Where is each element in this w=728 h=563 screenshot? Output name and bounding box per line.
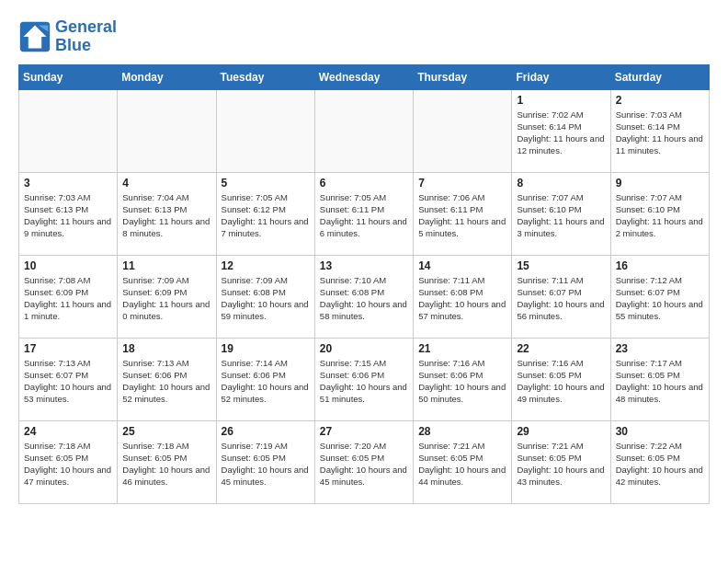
day-info: Sunrise: 7:16 AM Sunset: 6:05 PM Dayligh… xyxy=(517,357,605,406)
calendar-cell: 20Sunrise: 7:15 AM Sunset: 6:06 PM Dayli… xyxy=(314,338,413,420)
day-info: Sunrise: 7:19 AM Sunset: 6:05 PM Dayligh… xyxy=(222,440,310,488)
calendar-cell: 27Sunrise: 7:20 AM Sunset: 6:05 PM Dayli… xyxy=(314,420,413,503)
calendar-cell: 5Sunrise: 7:05 AM Sunset: 6:12 PM Daylig… xyxy=(216,172,314,255)
calendar-cell xyxy=(414,89,512,172)
day-number: 27 xyxy=(320,425,408,438)
day-number: 12 xyxy=(222,259,310,272)
calendar-cell: 15Sunrise: 7:11 AM Sunset: 6:07 PM Dayli… xyxy=(512,255,610,338)
calendar-week-3: 10Sunrise: 7:08 AM Sunset: 6:09 PM Dayli… xyxy=(19,255,710,338)
day-number: 14 xyxy=(418,259,506,272)
day-info: Sunrise: 7:21 AM Sunset: 6:05 PM Dayligh… xyxy=(517,440,605,488)
day-number: 22 xyxy=(517,342,605,355)
day-number: 30 xyxy=(616,425,704,438)
day-number: 26 xyxy=(222,425,310,438)
day-number: 17 xyxy=(24,342,112,355)
day-number: 4 xyxy=(122,177,210,190)
day-number: 18 xyxy=(122,342,210,355)
calendar-cell: 8Sunrise: 7:07 AM Sunset: 6:10 PM Daylig… xyxy=(512,172,610,255)
day-number: 15 xyxy=(517,259,605,272)
calendar-cell xyxy=(314,89,413,172)
calendar-header-row: SundayMondayTuesdayWednesdayThursdayFrid… xyxy=(19,64,710,89)
calendar-cell: 21Sunrise: 7:16 AM Sunset: 6:06 PM Dayli… xyxy=(414,338,512,420)
calendar-cell: 6Sunrise: 7:05 AM Sunset: 6:11 PM Daylig… xyxy=(314,172,413,255)
calendar-week-4: 17Sunrise: 7:13 AM Sunset: 6:07 PM Dayli… xyxy=(19,338,710,420)
day-info: Sunrise: 7:22 AM Sunset: 6:05 PM Dayligh… xyxy=(616,440,704,488)
calendar-cell: 11Sunrise: 7:09 AM Sunset: 6:09 PM Dayli… xyxy=(118,255,216,338)
day-info: Sunrise: 7:09 AM Sunset: 6:09 PM Dayligh… xyxy=(122,274,210,323)
day-number: 2 xyxy=(616,94,704,107)
day-header-tuesday: Tuesday xyxy=(216,64,314,89)
day-number: 7 xyxy=(418,177,506,190)
day-number: 5 xyxy=(222,177,310,190)
calendar-cell: 26Sunrise: 7:19 AM Sunset: 6:05 PM Dayli… xyxy=(216,420,314,503)
day-info: Sunrise: 7:05 AM Sunset: 6:11 PM Dayligh… xyxy=(320,191,408,240)
day-number: 16 xyxy=(616,259,704,272)
day-number: 25 xyxy=(122,425,210,438)
calendar-cell: 24Sunrise: 7:18 AM Sunset: 6:05 PM Dayli… xyxy=(19,420,118,503)
day-info: Sunrise: 7:16 AM Sunset: 6:06 PM Dayligh… xyxy=(418,357,506,406)
calendar-cell: 13Sunrise: 7:10 AM Sunset: 6:08 PM Dayli… xyxy=(314,255,413,338)
day-info: Sunrise: 7:07 AM Sunset: 6:10 PM Dayligh… xyxy=(517,191,605,240)
day-number: 20 xyxy=(320,342,408,355)
calendar-cell: 12Sunrise: 7:09 AM Sunset: 6:08 PM Dayli… xyxy=(216,255,314,338)
day-number: 8 xyxy=(517,177,605,190)
day-header-monday: Monday xyxy=(118,64,216,89)
day-info: Sunrise: 7:17 AM Sunset: 6:05 PM Dayligh… xyxy=(616,357,704,406)
day-header-saturday: Saturday xyxy=(610,64,709,89)
day-info: Sunrise: 7:18 AM Sunset: 6:05 PM Dayligh… xyxy=(24,440,112,488)
day-number: 6 xyxy=(320,177,408,190)
day-info: Sunrise: 7:18 AM Sunset: 6:05 PM Dayligh… xyxy=(122,440,210,488)
calendar-cell xyxy=(118,89,216,172)
calendar-cell: 1Sunrise: 7:02 AM Sunset: 6:14 PM Daylig… xyxy=(512,89,610,172)
day-number: 28 xyxy=(418,425,506,438)
calendar-cell: 25Sunrise: 7:18 AM Sunset: 6:05 PM Dayli… xyxy=(118,420,216,503)
calendar-cell: 30Sunrise: 7:22 AM Sunset: 6:05 PM Dayli… xyxy=(610,420,709,503)
day-info: Sunrise: 7:15 AM Sunset: 6:06 PM Dayligh… xyxy=(320,357,408,406)
day-info: Sunrise: 7:03 AM Sunset: 6:14 PM Dayligh… xyxy=(616,109,704,157)
day-info: Sunrise: 7:12 AM Sunset: 6:07 PM Dayligh… xyxy=(616,274,704,323)
day-number: 3 xyxy=(24,177,112,190)
day-header-sunday: Sunday xyxy=(19,64,118,89)
day-info: Sunrise: 7:14 AM Sunset: 6:06 PM Dayligh… xyxy=(222,357,310,406)
page-header: General Blue xyxy=(18,18,710,55)
calendar-cell: 16Sunrise: 7:12 AM Sunset: 6:07 PM Dayli… xyxy=(610,255,709,338)
day-info: Sunrise: 7:11 AM Sunset: 6:08 PM Dayligh… xyxy=(418,274,506,323)
calendar-cell: 18Sunrise: 7:13 AM Sunset: 6:06 PM Dayli… xyxy=(118,338,216,420)
day-number: 11 xyxy=(122,259,210,272)
day-info: Sunrise: 7:10 AM Sunset: 6:08 PM Dayligh… xyxy=(320,274,408,323)
calendar-cell: 22Sunrise: 7:16 AM Sunset: 6:05 PM Dayli… xyxy=(512,338,610,420)
calendar-cell: 28Sunrise: 7:21 AM Sunset: 6:05 PM Dayli… xyxy=(414,420,512,503)
day-number: 24 xyxy=(24,425,112,438)
calendar-cell xyxy=(216,89,314,172)
calendar-cell: 3Sunrise: 7:03 AM Sunset: 6:13 PM Daylig… xyxy=(19,172,118,255)
day-info: Sunrise: 7:02 AM Sunset: 6:14 PM Dayligh… xyxy=(517,109,605,157)
day-info: Sunrise: 7:11 AM Sunset: 6:07 PM Dayligh… xyxy=(517,274,605,323)
calendar-cell: 23Sunrise: 7:17 AM Sunset: 6:05 PM Dayli… xyxy=(610,338,709,420)
calendar-cell xyxy=(19,89,118,172)
day-info: Sunrise: 7:07 AM Sunset: 6:10 PM Dayligh… xyxy=(616,191,704,240)
calendar-week-5: 24Sunrise: 7:18 AM Sunset: 6:05 PM Dayli… xyxy=(19,420,710,503)
day-info: Sunrise: 7:05 AM Sunset: 6:12 PM Dayligh… xyxy=(222,191,310,240)
day-number: 29 xyxy=(517,425,605,438)
calendar-cell: 2Sunrise: 7:03 AM Sunset: 6:14 PM Daylig… xyxy=(610,89,709,172)
day-info: Sunrise: 7:09 AM Sunset: 6:08 PM Dayligh… xyxy=(222,274,310,323)
logo: General Blue xyxy=(18,18,117,55)
day-number: 10 xyxy=(24,259,112,272)
day-number: 9 xyxy=(616,177,704,190)
day-info: Sunrise: 7:21 AM Sunset: 6:05 PM Dayligh… xyxy=(418,440,506,488)
day-info: Sunrise: 7:13 AM Sunset: 6:07 PM Dayligh… xyxy=(24,357,112,406)
day-info: Sunrise: 7:06 AM Sunset: 6:11 PM Dayligh… xyxy=(418,191,506,240)
logo-text: General Blue xyxy=(55,18,117,55)
day-header-friday: Friday xyxy=(512,64,610,89)
logo-icon xyxy=(18,20,51,53)
calendar-cell: 7Sunrise: 7:06 AM Sunset: 6:11 PM Daylig… xyxy=(414,172,512,255)
day-number: 23 xyxy=(616,342,704,355)
calendar-table: SundayMondayTuesdayWednesdayThursdayFrid… xyxy=(18,64,710,504)
day-info: Sunrise: 7:08 AM Sunset: 6:09 PM Dayligh… xyxy=(24,274,112,323)
day-info: Sunrise: 7:04 AM Sunset: 6:13 PM Dayligh… xyxy=(122,191,210,240)
day-info: Sunrise: 7:13 AM Sunset: 6:06 PM Dayligh… xyxy=(122,357,210,406)
day-info: Sunrise: 7:03 AM Sunset: 6:13 PM Dayligh… xyxy=(24,191,112,240)
calendar-cell: 19Sunrise: 7:14 AM Sunset: 6:06 PM Dayli… xyxy=(216,338,314,420)
day-number: 13 xyxy=(320,259,408,272)
calendar-cell: 10Sunrise: 7:08 AM Sunset: 6:09 PM Dayli… xyxy=(19,255,118,338)
